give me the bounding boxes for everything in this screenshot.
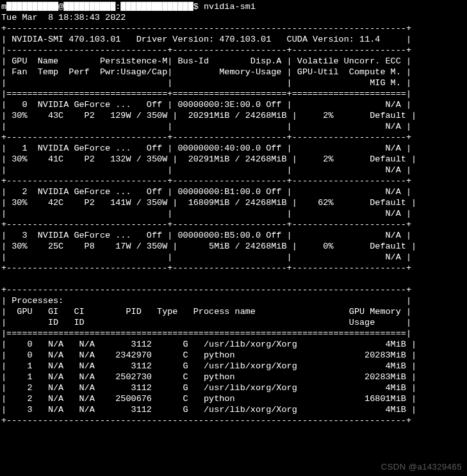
gpu-row: | 0 NVIDIA GeForce ... Off | 00000000:3E… [1,100,416,131]
proc-div: |=======================================… [1,329,411,338]
command: nvidia-smi [204,2,256,12]
process-list: | 0 N/A N/A 3112 G /usr/lib/xorg/Xorg 4M… [1,340,416,414]
proc-title: | Processes: | [1,296,411,306]
div: |===============================+=======… [1,89,411,99]
timestamp: Tue Mar 8 18:38:43 2022 [1,13,126,22]
div: +-------------------------------+-------… [1,133,411,142]
top-border: +---------------------------------------… [1,24,411,33]
terminal-output: m██████████@██████████:██████████████$ n… [1,1,466,426]
div: +-------------------------------+-------… [1,220,411,229]
proc-bottom-border: +---------------------------------------… [1,416,411,425]
watermark: CSDN @a14329465 [381,461,462,472]
col-header-1: | GPU Name Persistence-M| Bus-Id Disp.A … [1,56,411,66]
div: +-------------------------------+-------… [1,176,411,186]
gpu-row: | 2 NVIDIA GeForce ... Off | 00000000:B1… [1,187,416,218]
div: |-------------------------------+-------… [1,45,411,55]
col-header-3: | | | MIG M. | [1,78,411,88]
proc-col-1: | GPU GI CI PID Type Process name GPU Me… [1,307,411,316]
gpu-row: | 3 NVIDIA GeForce ... Off | 00000000:B5… [1,231,416,262]
proc-top-border: +---------------------------------------… [1,285,411,295]
proc-col-2: | ID ID Usage | [1,318,411,327]
bottom-border: +-------------------------------+-------… [1,263,411,273]
col-header-2: | Fan Temp Perf Pwr:Usage/Cap| Memory-Us… [1,67,411,77]
header-line: | NVIDIA-SMI 470.103.01 Driver Version: … [1,35,411,44]
prompt-line: m██████████@██████████:██████████████$ n… [1,2,256,12]
gpu-row: | 1 NVIDIA GeForce ... Off | 00000000:40… [1,144,416,175]
